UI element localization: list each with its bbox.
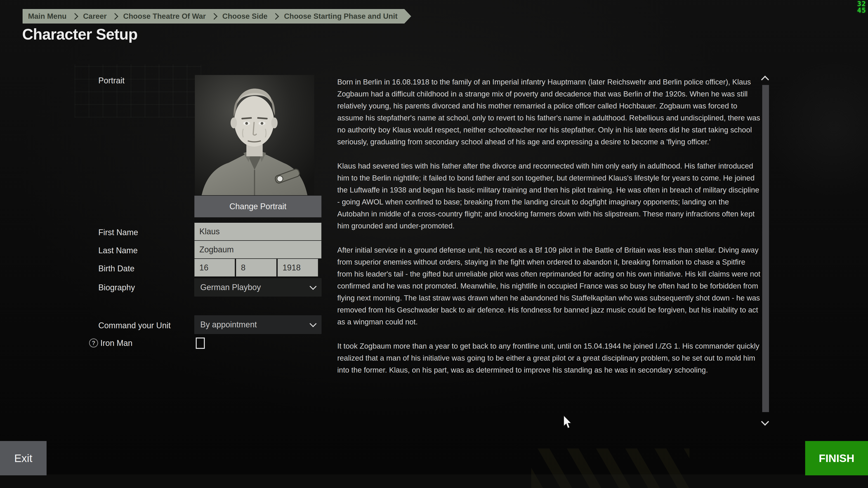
portrait-label: Portrait: [98, 76, 125, 86]
command-unit-selected-value: By appointment: [200, 320, 257, 329]
help-icon[interactable]: ?: [89, 338, 98, 348]
breadcrumb-separator-icon: [71, 13, 78, 20]
scroll-down-icon[interactable]: [761, 419, 769, 427]
background-highlight: [764, 59, 868, 199]
bio-paragraph: It took Zogbaum more than a year to get …: [337, 340, 761, 376]
biography-selected-value: German Playboy: [200, 283, 261, 292]
bio-paragraph: After initial service in a ground defens…: [337, 244, 761, 328]
bio-text: Born in Berlin in 16.08.1918 to the fami…: [337, 76, 761, 388]
scroll-up-icon[interactable]: [761, 74, 769, 82]
change-portrait-button[interactable]: Change Portrait: [194, 196, 321, 217]
bio-paragraph: Klaus had severed ties with his father a…: [337, 160, 761, 232]
floor-shadow: [0, 475, 868, 488]
last-name-input[interactable]: [194, 241, 321, 258]
first-name-input[interactable]: [194, 223, 321, 240]
first-name-label: First Name: [98, 228, 138, 237]
biography-dropdown[interactable]: German Playboy: [194, 278, 321, 296]
pilot-portrait: [195, 75, 314, 195]
birth-year-input[interactable]: [278, 259, 318, 276]
birth-date-row: [194, 259, 321, 276]
iron-man-label: Iron Man: [100, 338, 132, 348]
page-title: Character Setup: [22, 25, 137, 43]
finish-button[interactable]: FINISH: [805, 441, 868, 475]
hangar-window-grid: [74, 64, 201, 118]
breadcrumb-item[interactable]: Choose Side: [217, 9, 273, 24]
chevron-down-icon: [309, 320, 316, 327]
chevron-down-icon: [309, 283, 316, 290]
breadcrumb: Main MenuCareerChoose Theatre Of WarChoo…: [23, 9, 411, 24]
breadcrumb-separator-icon: [112, 13, 119, 20]
bio-paragraph: Born in Berlin in 16.08.1918 to the fami…: [337, 76, 761, 148]
fps-value-2: 45: [857, 7, 866, 13]
character-setup-screen: 32 45 Main MenuCareerChoose Theatre Of W…: [0, 0, 868, 488]
breadcrumb-separator-icon: [211, 13, 217, 20]
last-name-label: Last Name: [98, 246, 138, 255]
birth-date-label: Birth Date: [98, 264, 134, 273]
command-unit-dropdown[interactable]: By appointment: [194, 315, 321, 334]
portrait-photo: [195, 75, 314, 195]
birth-month-input[interactable]: [236, 259, 276, 276]
iron-man-checkbox[interactable]: [196, 337, 205, 349]
command-unit-label: Command your Unit: [98, 321, 170, 330]
breadcrumb-item[interactable]: Choose Theatre Of War: [118, 9, 211, 24]
fps-counter: 32 45: [857, 0, 866, 13]
breadcrumb-item[interactable]: Choose Starting Phase and Unit: [278, 9, 403, 24]
breadcrumb-item[interactable]: Main Menu: [23, 9, 72, 24]
breadcrumb-item[interactable]: Career: [78, 9, 112, 24]
scrollbar-thumb[interactable]: [762, 85, 769, 412]
exit-button[interactable]: Exit: [0, 441, 46, 475]
breadcrumb-separator-icon: [272, 13, 279, 20]
birth-day-input[interactable]: [194, 259, 235, 276]
biography-label: Biography: [98, 283, 135, 292]
fps-value-1: 32: [857, 0, 866, 7]
